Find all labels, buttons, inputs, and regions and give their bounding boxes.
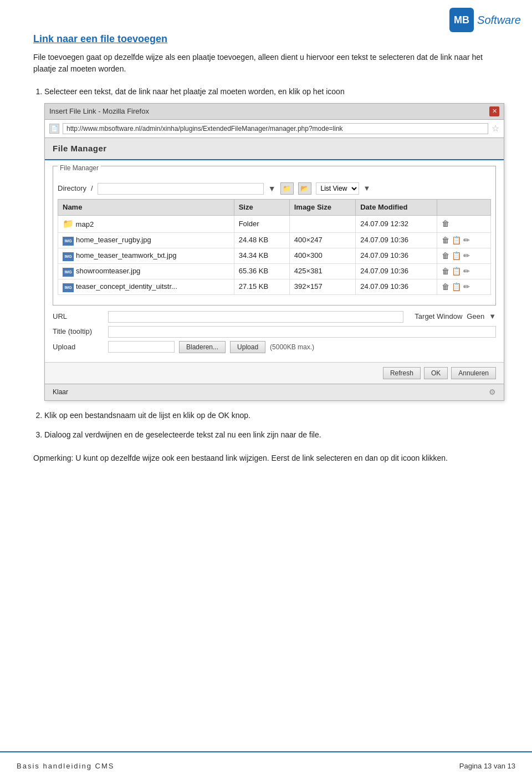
opmerking: Opmerking: U kunt op dezelfde wijze ook …	[33, 452, 499, 464]
upload-file-input[interactable]	[108, 341, 175, 353]
action-icons: 🗑📋✏	[442, 266, 486, 277]
actions-cell: 🗑📋✏	[437, 232, 491, 248]
delete-icon[interactable]: 🗑	[442, 281, 449, 293]
table-row[interactable]: IMGhome_teaser_rugby.jpg24.48 KB400×2472…	[58, 232, 491, 248]
target-window-label: Target Window	[415, 311, 462, 322]
step-3-text: Dialoog zal verdwijnen en de geselecteer…	[44, 430, 321, 439]
delete-icon[interactable]: 🗑	[442, 235, 449, 246]
upload-note: (5000KB max.)	[270, 342, 314, 352]
footer-right: Pagina 13 van 13	[459, 762, 515, 770]
file-name-cell: IMGhome_teaser_rugby.jpg	[58, 232, 234, 248]
edit-icon[interactable]: ✏	[463, 250, 470, 262]
action-icons: 🗑	[442, 218, 486, 230]
file-table: Name Size Image Size Date Modified 📁 map…	[58, 199, 491, 295]
directory-value: /	[91, 183, 93, 194]
date-modified-cell: 24.07.09 10:36	[356, 279, 437, 294]
upload-button[interactable]: Upload	[230, 341, 265, 353]
folder-up-button[interactable]: 📁	[280, 182, 294, 195]
step-2-text: Klik op een bestandsnaam uit de lijst en…	[44, 411, 250, 420]
directory-input[interactable]	[98, 183, 264, 195]
step-1-text: Selecteer een tekst, dat de link naar he…	[44, 87, 345, 96]
actions-cell: 🗑	[437, 215, 491, 232]
bladeren-button[interactable]: Bladeren...	[179, 341, 226, 353]
table-row[interactable]: IMGshowroomteaser.jpg65.36 KB425×38124.0…	[58, 263, 491, 279]
main-content: Link naar een file toevoegen File toevoe…	[0, 0, 532, 508]
col-date-modified: Date Modified	[356, 200, 437, 216]
ok-button[interactable]: OK	[424, 367, 448, 379]
image-size-cell: 400×247	[289, 232, 356, 248]
copy-icon[interactable]: 📋	[452, 235, 461, 246]
file-name-cell: IMGshowroomteaser.jpg	[58, 263, 234, 279]
fm-toolbar: Directory / ▼ 📁 📂 List View ▼	[58, 182, 491, 195]
logo-area: MB Software	[421, 0, 532, 40]
copy-icon[interactable]: 📋	[452, 281, 461, 293]
fm-statusbar: Klaar ⚙	[45, 384, 504, 400]
image-size-cell: 392×157	[289, 279, 356, 294]
table-row[interactable]: IMGhome_teaser_teamwork_txt.jpg34.34 KB4…	[58, 248, 491, 263]
fm-header-title: File Manager	[53, 144, 107, 153]
table-row[interactable]: IMGteaser_concept_identity_uitstr...27.1…	[58, 279, 491, 294]
copy-icon[interactable]: 📋	[452, 250, 461, 262]
title-label: Title (tooltip)	[53, 326, 108, 337]
title-input[interactable]	[108, 326, 496, 338]
logo-box: MB Software	[449, 8, 521, 32]
file-name-cell: IMGteaser_concept_identity_uitstr...	[58, 279, 234, 294]
annuleren-button[interactable]: Annuleren	[451, 367, 496, 379]
url-input[interactable]	[108, 311, 403, 323]
view-select[interactable]: List View	[316, 182, 359, 195]
edit-icon[interactable]: ✏	[463, 235, 470, 246]
logo-icon: MB	[449, 8, 474, 32]
actions-cell: 🗑📋✏	[437, 263, 491, 279]
image-size-cell: 400×300	[289, 248, 356, 263]
status-text: Klaar	[53, 387, 68, 397]
col-size: Size	[234, 200, 289, 216]
image-file-icon: IMG	[63, 283, 74, 292]
col-image-size: Image Size	[289, 200, 356, 216]
view-dropdown-arrow-icon: ▼	[364, 183, 371, 194]
file-size-cell: 65.36 KB	[234, 263, 289, 279]
image-size-cell	[289, 215, 356, 232]
folder-icon: 📁	[63, 219, 74, 228]
edit-icon[interactable]: ✏	[463, 281, 470, 293]
delete-icon[interactable]: 🗑	[442, 250, 449, 262]
step-1: Selecteer een tekst, dat de link naar he…	[44, 86, 499, 401]
target-window-group: Target Window Geen ▼	[415, 311, 496, 322]
browser-addressbar: 📄 ☆	[45, 120, 504, 138]
table-header-row: Name Size Image Size Date Modified	[58, 200, 491, 216]
image-file-icon: IMG	[63, 268, 74, 277]
delete-icon[interactable]: 🗑	[442, 266, 449, 277]
dropdown-arrow-icon: ▼	[268, 183, 276, 195]
intro-text: File toevoegen gaat op dezelfde wijze al…	[33, 52, 499, 75]
fm-body: File Manager Directory / ▼ 📁 📂 List View	[45, 160, 504, 362]
footer-left: Basis handleiding CMS	[17, 762, 114, 770]
browser-close-button[interactable]: ✕	[489, 106, 499, 116]
step-3: Dialoog zal verdwijnen en de geselecteer…	[44, 429, 499, 441]
refresh-button[interactable]: Refresh	[383, 367, 421, 379]
actions-cell: 🗑📋✏	[437, 279, 491, 294]
page-footer: Basis handleiding CMS Pagina 13 van 13	[0, 751, 532, 779]
numbered-list: Selecteer een tekst, dat de link naar he…	[44, 86, 499, 401]
target-window-value: Geen	[467, 311, 484, 322]
bookmark-icon[interactable]: ☆	[492, 122, 499, 135]
folder-new-button[interactable]: 📂	[298, 182, 311, 195]
file-size-cell: 24.48 KB	[234, 232, 289, 248]
step-2: Klik op een bestandsnaam uit de lijst en…	[44, 410, 499, 421]
delete-icon[interactable]: 🗑	[442, 218, 449, 230]
opmerking-label: Opmerking:	[33, 454, 73, 462]
upload-controls: Bladeren... Upload (5000KB max.)	[108, 341, 314, 353]
file-name-cell: IMGhome_teaser_teamwork_txt.jpg	[58, 248, 234, 263]
action-icons: 🗑📋✏	[442, 250, 486, 262]
fm-fields: URL Target Window Geen ▼ Title (tooltip)	[53, 311, 496, 353]
title-row: Title (tooltip)	[53, 326, 496, 338]
statusbar-icon: ⚙	[489, 386, 496, 398]
action-icons: 🗑📋✏	[442, 281, 486, 293]
file-size-cell: 27.15 KB	[234, 279, 289, 294]
file-size-cell: 34.34 KB	[234, 248, 289, 263]
file-size-cell: Folder	[234, 215, 289, 232]
opmerking-text: U kunt op dezelfde wijze ook een bestaan…	[73, 454, 448, 462]
table-row[interactable]: 📁 map2Folder24.07.09 12:32🗑	[58, 215, 491, 232]
edit-icon[interactable]: ✏	[463, 266, 470, 277]
copy-icon[interactable]: 📋	[452, 266, 461, 277]
image-file-icon: IMG	[63, 237, 74, 246]
address-input[interactable]	[63, 123, 488, 134]
